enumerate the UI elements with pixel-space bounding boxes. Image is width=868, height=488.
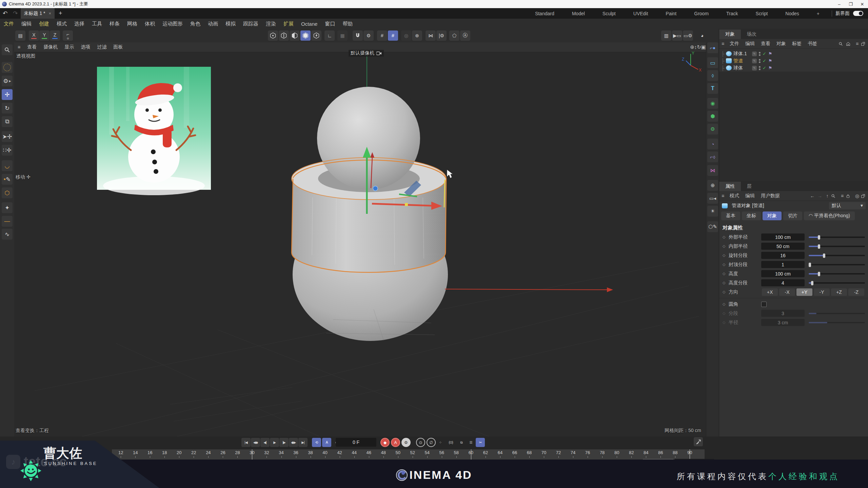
falloff-settings-icon[interactable]: ⊛ xyxy=(412,30,422,41)
om-search-icon[interactable] xyxy=(839,42,846,46)
toggle-view-icon[interactable]: ▣ xyxy=(701,44,706,50)
am-filter-icon[interactable]: ≡ xyxy=(839,193,846,199)
line-pen-icon[interactable]: — xyxy=(2,216,13,227)
scene-canvas[interactable] xyxy=(14,52,706,436)
pan-hand-icon[interactable]: ⊕ xyxy=(690,44,694,50)
visibility-dots-icon[interactable] xyxy=(759,66,761,70)
layout-tab-Script[interactable]: Script xyxy=(747,8,777,19)
camera-label[interactable]: 默认摄像机 xyxy=(349,50,384,57)
head-sphere[interactable] xyxy=(317,87,420,190)
points-mode-icon[interactable] xyxy=(268,30,278,41)
timeline-ruler[interactable]: 1214161820222426283032343638404244464850… xyxy=(112,449,705,460)
viewport-menu-选项[interactable]: 选项 xyxy=(77,44,94,49)
motext-icon[interactable]: T xyxy=(707,83,718,94)
menu-体积[interactable]: 体积 xyxy=(141,21,159,27)
render-picture-viewer-icon[interactable]: ▶▭ xyxy=(672,30,682,41)
effector-icon[interactable]: ⚙ xyxy=(707,124,718,135)
menu-帮助[interactable]: 帮助 xyxy=(339,21,356,27)
om-menu-对象[interactable]: 对象 xyxy=(773,41,789,46)
enable-check-icon[interactable]: ✓ xyxy=(763,58,766,63)
direction--X-button[interactable]: -X xyxy=(779,288,795,296)
brush-tool-icon[interactable]: ✦ xyxy=(2,202,13,213)
volume-pen-icon[interactable]: ⬡ xyxy=(2,187,13,198)
document-tab[interactable]: 未标题 1 * × xyxy=(21,8,55,19)
高度-field[interactable]: 100 cm xyxy=(761,270,805,277)
layer-keying-icon[interactable]: ☰ xyxy=(466,438,475,447)
sky-object-icon[interactable]: ⊕ xyxy=(707,180,718,191)
play-mode-icon[interactable]: A xyxy=(322,438,331,447)
falloff-icon[interactable]: ◎ xyxy=(401,30,411,41)
undo-icon[interactable]: ↶ xyxy=(0,10,10,17)
封顶分段-field[interactable]: 1 xyxy=(761,261,805,268)
viewport-menu-过滤[interactable]: 过滤 xyxy=(94,44,110,49)
menu-创建[interactable]: 创建 xyxy=(35,21,53,27)
edit-toggle-icon[interactable]: ✎ xyxy=(752,59,757,63)
perspective-viewport[interactable]: ≡ 查看摄像机显示选项过滤面板 ⊕↕↻▣ xyxy=(14,42,706,436)
workplane-toggle-icon[interactable]: ▤ xyxy=(15,30,25,41)
direction-+Y-button[interactable]: +Y xyxy=(796,288,812,296)
axis-y-button[interactable]: Y xyxy=(39,30,50,41)
symmetry-settings-icon[interactable]: |⚙ xyxy=(436,30,447,41)
close-button[interactable]: ✕ xyxy=(856,0,868,8)
om-menu-文件[interactable]: 文件 xyxy=(727,41,742,46)
cube-primitive-icon[interactable]: ⬨ xyxy=(707,70,718,81)
layout-tab-Groom[interactable]: Groom xyxy=(685,8,717,19)
phong-tag-icon[interactable]: ⚑ xyxy=(768,51,772,56)
goto-start-button[interactable]: |◀ xyxy=(241,438,251,447)
menu-模式[interactable]: 模式 xyxy=(53,21,71,27)
高度分段-field[interactable]: 4 xyxy=(761,279,805,286)
key-rotation-button[interactable]: ∅ xyxy=(427,438,436,447)
key-parameter-toggle-icon[interactable]: ⧉ xyxy=(457,438,466,447)
render-settings-icon[interactable]: ▭⚙ xyxy=(683,30,693,41)
object-manager-empty-area[interactable] xyxy=(719,72,868,181)
direction--Z-button[interactable]: -Z xyxy=(848,288,864,296)
gizmo-xy-dot[interactable] xyxy=(405,203,408,206)
edges-mode-icon[interactable] xyxy=(279,30,289,41)
rotate-view-icon[interactable]: ↻ xyxy=(697,44,701,50)
am-back-icon[interactable]: ← xyxy=(809,193,816,199)
旋转分段-slider[interactable] xyxy=(809,255,865,256)
内部半径-field[interactable]: 50 cm xyxy=(761,243,805,250)
loop-playback-icon[interactable]: ⟲ xyxy=(312,438,321,447)
am-hamburger-icon[interactable]: ≡ xyxy=(719,193,727,199)
spline-arc-pen-icon[interactable]: ◡ xyxy=(2,160,13,171)
layout-tab-Model[interactable]: Model xyxy=(563,8,594,19)
menu-选择[interactable]: 选择 xyxy=(71,21,88,27)
am-up-icon[interactable]: ↑ xyxy=(824,193,831,199)
modeling-settings-icon[interactable]: ⬠ xyxy=(449,30,459,41)
menu-跟踪器[interactable]: 跟踪器 xyxy=(239,21,262,27)
next-frame-button[interactable]: |▶ xyxy=(279,438,289,447)
am-menu-用户数据[interactable]: 用户数据 xyxy=(758,193,783,198)
om-menu-标签[interactable]: 标签 xyxy=(789,41,805,46)
layout-tab-Track[interactable]: Track xyxy=(717,8,747,19)
section-tab-对象[interactable]: 对象 xyxy=(763,211,782,220)
keying-settings-button[interactable]: ⚙ xyxy=(401,438,411,447)
内部半径-slider[interactable] xyxy=(809,246,865,247)
preset-dropdown[interactable]: 默认 ▾ xyxy=(829,202,866,209)
direction--Y-button[interactable]: -Y xyxy=(814,288,830,296)
enable-check-icon[interactable]: ✓ xyxy=(763,65,766,70)
symmetry-icon[interactable]: ⋈ xyxy=(426,30,436,41)
live-selection-icon[interactable] xyxy=(2,62,13,73)
move-tool-icon[interactable]: ✢ xyxy=(2,89,13,100)
spline-rectangle-icon[interactable]: ▭ xyxy=(707,57,718,68)
edit-toggle-icon[interactable]: ✎ xyxy=(752,66,757,70)
menu-扩展[interactable]: 扩展 xyxy=(280,21,297,27)
visibility-dots-icon[interactable] xyxy=(759,52,761,56)
direction-+X-button[interactable]: +X xyxy=(762,288,778,296)
am-popout-icon[interactable] xyxy=(861,194,868,198)
workplane-icon[interactable]: ▦ xyxy=(337,30,348,41)
menu-工具[interactable]: 工具 xyxy=(88,21,106,27)
highlighted-edge[interactable] xyxy=(444,180,445,207)
prev-key-button[interactable]: ◀◆ xyxy=(251,438,260,447)
om-hamburger-icon[interactable]: ≡ xyxy=(719,41,727,46)
om-tab-场次[interactable]: 场次 xyxy=(741,29,763,39)
section-tab-基本[interactable]: 基本 xyxy=(721,211,740,220)
object-row[interactable]: ├ 管道 ✎ ✓ ⚑ xyxy=(719,57,868,64)
menu-运动图形[interactable]: 运动图形 xyxy=(159,21,186,27)
grid-icon[interactable]: # xyxy=(377,30,387,41)
layout-tab-Sculpt[interactable]: Sculpt xyxy=(594,8,625,19)
cursor-move-icon[interactable]: ➤✢ xyxy=(2,131,13,142)
menu-窗口[interactable]: 窗口 xyxy=(321,21,339,27)
pla-keying-icon[interactable]: ✂ xyxy=(476,438,485,447)
